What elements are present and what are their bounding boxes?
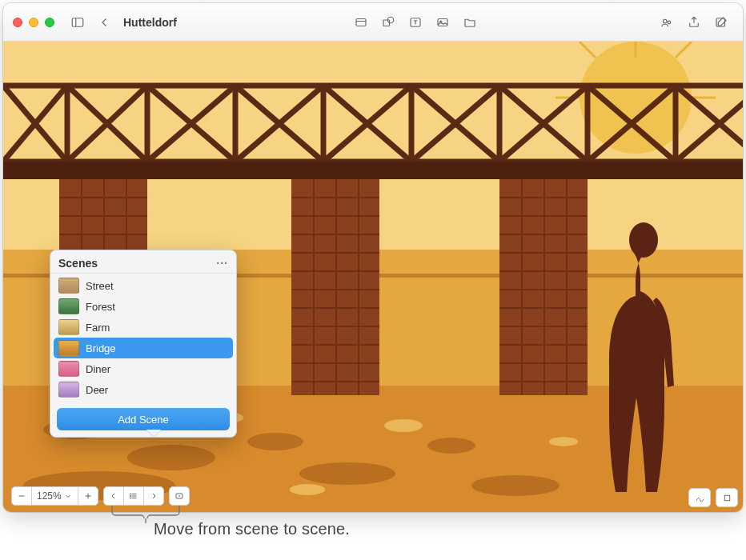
scenes-popover-header: Scenes ··· — [50, 250, 236, 274]
svg-point-25 — [247, 433, 303, 450]
documents-button[interactable] — [458, 10, 482, 34]
titlebar: Hutteldorf — [3, 3, 743, 42]
scene-item-street[interactable]: Street — [54, 275, 233, 296]
scene-thumb — [58, 278, 79, 294]
scenes-list: StreetForestFarmBridgeDinerDeer — [50, 274, 236, 402]
zoom-out-button[interactable] — [11, 486, 32, 506]
zoom-level-select[interactable]: 125% — [32, 486, 78, 506]
svg-point-10 — [668, 21, 671, 24]
svg-point-116 — [130, 498, 130, 498]
scene-item-label: Bridge — [86, 342, 116, 354]
follow-on-screen-button[interactable] — [169, 486, 190, 506]
fit-page-button[interactable] — [716, 488, 738, 507]
svg-point-27 — [427, 438, 475, 454]
bottom-toolbar-right — [688, 488, 738, 507]
sidebar-toggle-button[interactable] — [66, 10, 90, 34]
svg-point-115 — [130, 496, 130, 497]
scene-thumb — [58, 340, 79, 356]
scene-thumb — [58, 319, 79, 335]
insert-media-button[interactable] — [431, 10, 455, 34]
svg-point-28 — [471, 475, 560, 496]
minimize-window-button[interactable] — [29, 18, 38, 27]
toolbar-right-group — [655, 10, 733, 34]
scenes-popover-title: Scenes — [58, 257, 98, 270]
svg-point-9 — [664, 19, 668, 23]
scene-thumb — [58, 298, 79, 314]
zoom-window-button[interactable] — [45, 18, 54, 27]
scene-item-label: Diner — [86, 363, 110, 375]
scene-item-label: Forest — [86, 301, 115, 313]
svg-rect-7 — [438, 18, 447, 26]
scene-item-bridge[interactable]: Bridge — [54, 338, 233, 358]
scene-item-farm[interactable]: Farm — [54, 317, 233, 338]
insert-shape-button[interactable] — [376, 10, 400, 34]
scene-thumb — [58, 382, 79, 398]
scene-item-label: Farm — [86, 322, 110, 334]
view-mode-button[interactable] — [349, 10, 373, 34]
scene-thumb — [58, 361, 79, 377]
zoom-in-button[interactable] — [78, 486, 98, 506]
svg-point-23 — [127, 445, 215, 470]
svg-point-30 — [384, 419, 423, 432]
svg-point-26 — [299, 462, 395, 485]
svg-point-107 — [629, 222, 658, 258]
next-scene-button[interactable] — [143, 486, 164, 506]
svg-rect-0 — [72, 18, 83, 26]
insert-text-button[interactable] — [403, 10, 427, 34]
share-button[interactable] — [682, 10, 706, 34]
close-window-button[interactable] — [13, 18, 22, 27]
svg-rect-61 — [3, 162, 743, 179]
scenes-popover-more-button[interactable]: ··· — [216, 257, 228, 270]
toolbar-center-group — [349, 10, 482, 34]
traffic-lights — [13, 18, 54, 27]
scene-item-forest[interactable]: Forest — [54, 296, 233, 317]
svg-rect-119 — [724, 495, 730, 501]
scenes-popover: Scenes ··· StreetForestFarmBridgeDinerDe… — [50, 250, 237, 438]
document-title: Hutteldorf — [123, 16, 177, 29]
collaborate-button[interactable] — [655, 10, 679, 34]
app-window: Hutteldorf — [3, 3, 743, 512]
svg-rect-4 — [383, 20, 390, 26]
zoom-level-label: 125% — [37, 490, 62, 502]
add-scene-button[interactable]: Add Scene — [57, 408, 230, 430]
bottom-toolbar-left: 125% — [8, 485, 193, 507]
freehand-tool-button[interactable] — [688, 488, 711, 507]
scene-item-diner[interactable]: Diner — [54, 358, 233, 379]
annotation-text: Move from scene to scene. — [154, 520, 350, 538]
svg-point-31 — [290, 484, 325, 495]
scene-item-label: Deer — [86, 384, 108, 396]
svg-rect-2 — [356, 18, 366, 26]
svg-point-114 — [130, 494, 130, 494]
scene-item-deer[interactable]: Deer — [54, 379, 233, 400]
scenes-menu-button[interactable] — [124, 486, 143, 506]
svg-marker-118 — [178, 495, 180, 497]
back-button[interactable] — [93, 10, 117, 34]
compose-button[interactable] — [709, 10, 733, 34]
svg-point-32 — [549, 437, 578, 446]
previous-scene-button[interactable] — [103, 486, 124, 506]
scene-item-label: Street — [86, 280, 114, 292]
canvas[interactable]: Scenes ··· StreetForestFarmBridgeDinerDe… — [3, 42, 743, 512]
